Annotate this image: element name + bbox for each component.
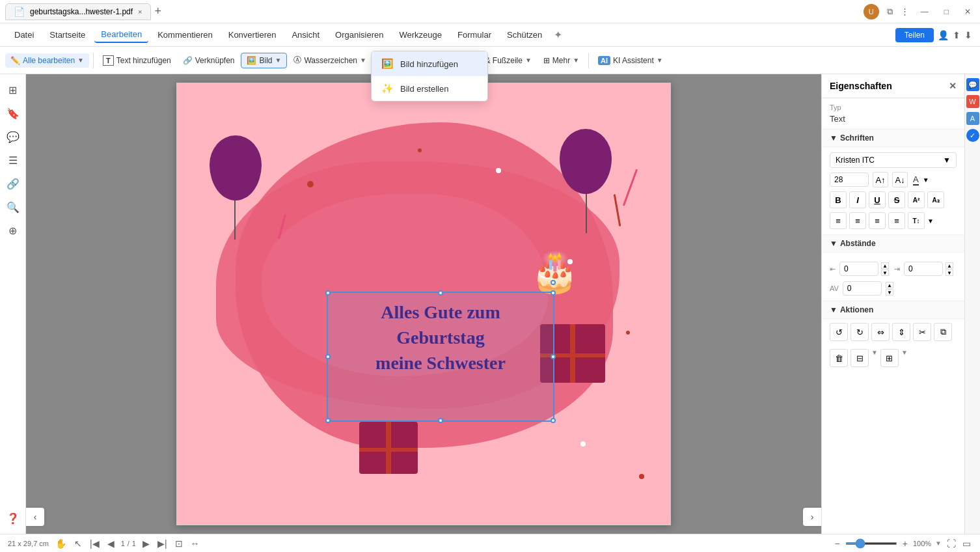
properties-close-icon[interactable]: ✕ [949,81,957,91]
rotate-cw-button[interactable]: ↻ [851,323,869,341]
copy-button[interactable]: ⧉ [934,323,952,341]
menu-bearbeiten[interactable]: Bearbeiten [94,27,148,43]
browser-tab[interactable]: 📄 geburtstagska...hwester-1.pdf × [5,3,151,20]
share-profile-icon[interactable]: 👤 [938,30,949,40]
handle-ml[interactable] [325,354,331,359]
spacing-left-up[interactable]: ▲ [881,262,889,269]
font-family-select[interactable]: Kristen ITC ▼ [830,152,957,168]
spacing-left-input[interactable] [839,262,878,276]
superscript-button[interactable]: A² [908,191,925,208]
align-justify-button[interactable]: ≡ [888,212,905,229]
share-button[interactable]: Teilen [895,28,934,42]
fit-page-button[interactable]: ⊡ [174,537,184,550]
menu-datei[interactable]: Datei [8,27,40,42]
page-next-arrow[interactable]: › [803,508,821,526]
rotate-handle[interactable] [551,280,556,285]
fit-width-button[interactable]: ↔ [189,537,201,550]
bold-button[interactable]: B [830,191,847,208]
align-caret[interactable]: ▼ [871,349,878,367]
zoom-slider[interactable] [845,542,897,545]
italic-button[interactable]: I [849,191,866,208]
sidebar-help-icon[interactable]: ❓ [3,508,23,529]
font-size-decrease-button[interactable]: A↓ [892,172,908,187]
zoom-in-button[interactable]: + [901,537,909,550]
new-tab-button[interactable]: + [155,5,162,18]
spacing-right-input[interactable] [904,262,943,276]
sidebar-list-icon[interactable]: ☰ [3,150,23,171]
canvas-area[interactable]: 🎂 Alles Gute zumGeburtstagmeine Schweste… [26,74,821,534]
menu-ansicht[interactable]: Ansicht [285,27,326,42]
text-add-button[interactable]: T Text hinzufügen [98,53,176,68]
image-button[interactable]: 🖼️ Bild ▼ [241,53,287,68]
font-color-caret[interactable]: ▼ [923,176,929,184]
birthday-text[interactable]: Alles Gute zumGeburtstagmeine Schwester [328,293,553,383]
all-edit-button[interactable]: ✏️ Alle bearbeiten ▼ [5,53,89,68]
more-options-icon[interactable]: ⋮ [901,7,909,16]
link-button[interactable]: 🔗 Verknüpfen [178,53,240,68]
presentation-button[interactable]: ▭ [961,537,972,550]
rotate-ccw-button[interactable]: ↺ [830,323,848,341]
menu-werkzeuge[interactable]: Werkzeuge [393,27,449,42]
dropdown-item-create-image[interactable]: ✨ Bild erstellen [372,76,487,101]
flip-v-button[interactable]: ⇕ [892,323,910,341]
sidebar-comment-icon[interactable]: 💬 [3,126,23,147]
underline-button[interactable]: U [869,191,886,208]
page-prev-arrow[interactable]: ‹ [26,508,44,526]
subscript-button[interactable]: A₂ [927,191,944,208]
hand-tool-button[interactable]: ✋ [54,537,68,550]
font-size-increase-button[interactable]: A↑ [873,172,888,187]
next-page-button[interactable]: ▶ [141,537,151,550]
sidebar-link-icon[interactable]: 🔗 [3,173,23,194]
spacing-left-down[interactable]: ▼ [881,269,889,276]
menu-formular[interactable]: Formular [451,27,498,42]
font-color-button[interactable]: A [913,174,919,186]
menu-konvertieren[interactable]: Konvertieren [222,27,283,42]
cut-button[interactable]: ✂ [913,323,931,341]
dropdown-item-add-image[interactable]: 🖼️ Bild hinzufügen [372,51,487,76]
order-caret[interactable]: ▼ [901,349,908,367]
handle-mr[interactable] [551,354,556,359]
menu-schuetzen[interactable]: Schützen [500,27,549,42]
sidebar-thumbnail-icon[interactable]: ⊞ [3,79,23,100]
align-distribute-button[interactable]: ⊟ [851,349,869,367]
upload-icon[interactable]: ⬆ [953,30,960,40]
text-direction-caret[interactable]: ▼ [927,217,934,225]
handle-tl[interactable] [325,290,331,296]
text-direction-button[interactable]: T↕ [908,212,925,229]
close-window-button[interactable]: ✕ [960,6,975,18]
spacing-section-title[interactable]: ▼ Abstände [822,235,964,253]
align-left-button[interactable]: ≡ [830,212,847,229]
sidebar-search-icon[interactable]: 🔍 [3,197,23,217]
word-icon[interactable]: W [966,95,979,108]
first-page-button[interactable]: |◀ [88,537,101,550]
spacing-right-up[interactable]: ▲ [946,262,953,269]
tracking-input[interactable] [843,281,882,296]
prev-page-button[interactable]: ◀ [106,537,116,550]
menu-kommentieren[interactable]: Kommentieren [151,27,219,42]
minimize-button[interactable]: — [917,6,932,18]
ai-assistant-button[interactable]: AI KI Assistent ▼ [593,53,668,68]
zoom-caret[interactable]: ▼ [935,540,942,547]
order-button[interactable]: ⊞ [880,349,899,367]
handle-bl[interactable] [325,418,331,423]
tab-close-button[interactable]: × [138,8,142,16]
watermark-button[interactable]: Ⓐ Wasserzeichen ▼ [288,52,372,68]
handle-tr[interactable] [551,290,556,296]
align-center-button[interactable]: ≡ [849,212,866,229]
last-page-button[interactable]: ▶| [156,537,169,550]
zoom-out-button[interactable]: − [834,537,841,550]
menu-organisieren[interactable]: Organisieren [329,27,390,42]
fullscreen-button[interactable]: ⛶ [946,537,957,550]
ai-star-icon[interactable]: ✦ [554,29,562,41]
menu-startseite[interactable]: Startseite [43,27,92,42]
sidebar-layers-icon[interactable]: ⊕ [3,220,23,241]
handle-bm[interactable] [438,418,443,423]
align-right-button[interactable]: ≡ [869,212,886,229]
translate-icon[interactable]: 💬 [966,78,979,91]
restore-window-icon[interactable]: ⧉ [887,7,893,17]
delete-button[interactable]: 🗑 [830,349,848,367]
fonts-section-title[interactable]: ▼ Schriften [822,130,964,147]
handle-br[interactable] [551,418,556,423]
tracking-down[interactable]: ▼ [886,289,893,296]
handle-tm[interactable] [438,290,443,296]
